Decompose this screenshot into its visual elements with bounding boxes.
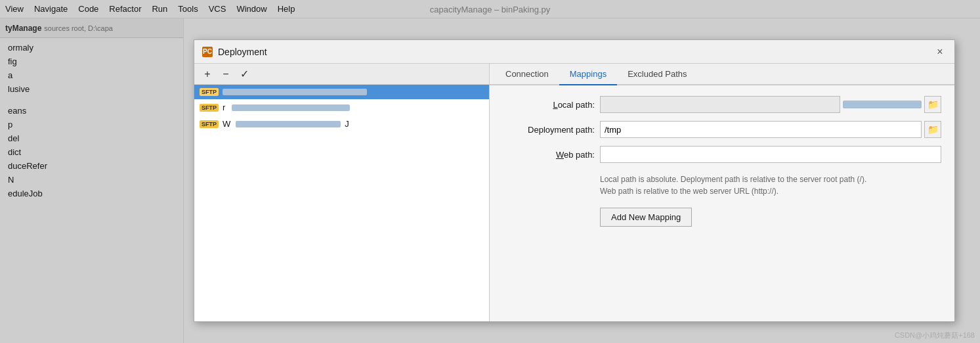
server-list-item[interactable]: SFTP W J bbox=[194, 116, 489, 132]
config-form: Local path: 📁 Deployment path: bbox=[490, 85, 954, 321]
add-new-mapping-button[interactable]: Add New Mapping bbox=[600, 208, 692, 227]
local-path-browse-button[interactable]: 📁 bbox=[924, 96, 941, 113]
dialog-titlebar: PC Deployment × bbox=[194, 40, 954, 64]
sftp-badge: SFTP bbox=[200, 120, 219, 128]
local-path-row: Local path: 📁 bbox=[503, 96, 941, 113]
folder-icon: 📁 bbox=[927, 124, 939, 135]
server-name-blurred bbox=[236, 121, 341, 127]
server-list-item[interactable]: SFTP r bbox=[194, 99, 489, 116]
deployment-path-label: Deployment path: bbox=[503, 125, 595, 135]
tab-connection[interactable]: Connection bbox=[495, 64, 559, 85]
local-path-input[interactable] bbox=[600, 96, 840, 113]
web-path-label: Web path: bbox=[503, 150, 595, 160]
add-server-button[interactable]: + bbox=[200, 66, 215, 82]
dialog-title: Deployment bbox=[218, 47, 928, 57]
web-path-input[interactable] bbox=[600, 146, 941, 163]
tab-bar: Connection Mappings Excluded Paths bbox=[490, 64, 954, 85]
deployment-path-input[interactable] bbox=[600, 121, 922, 138]
sftp-badge: SFTP bbox=[200, 104, 219, 112]
sftp-badge: SFTP bbox=[200, 88, 219, 96]
local-path-label: Local path: bbox=[503, 100, 595, 110]
dialog-close-button[interactable]: × bbox=[933, 45, 947, 58]
remove-server-button[interactable]: − bbox=[218, 66, 234, 82]
web-path-row: Web path: bbox=[503, 146, 941, 163]
server-name-blurred bbox=[223, 89, 367, 95]
local-path-value-blurred bbox=[843, 101, 922, 108]
server-name-blurred bbox=[232, 104, 350, 111]
server-list: SFTP SFTP r SFTP W J bbox=[194, 85, 489, 321]
folder-icon: 📁 bbox=[927, 99, 939, 110]
config-panel: Connection Mappings Excluded Paths Local… bbox=[490, 64, 954, 321]
local-path-input-container: 📁 bbox=[600, 96, 941, 113]
server-toolbar: + − ✓ bbox=[194, 64, 489, 85]
tab-excluded-paths[interactable]: Excluded Paths bbox=[617, 64, 697, 85]
deployment-path-row: Deployment path: 📁 bbox=[503, 121, 941, 138]
tab-mappings[interactable]: Mappings bbox=[559, 64, 617, 85]
web-path-input-container bbox=[600, 146, 941, 163]
deployment-dialog: PC Deployment × + − ✓ SFTP SFTP r bbox=[194, 39, 955, 322]
deployment-path-browse-button[interactable]: 📁 bbox=[924, 121, 941, 138]
hint-text: Local path is absolute. Deployment path … bbox=[600, 171, 941, 200]
watermark: CSDN@小鸡炖蘑菇+168 bbox=[895, 331, 975, 340]
deployment-path-input-container: 📁 bbox=[600, 121, 941, 138]
confirm-button[interactable]: ✓ bbox=[236, 66, 252, 82]
server-list-item[interactable]: SFTP bbox=[194, 85, 489, 99]
dialog-icon: PC bbox=[202, 47, 213, 57]
server-panel: + − ✓ SFTP SFTP r SFTP W bbox=[194, 64, 490, 321]
dialog-body: + − ✓ SFTP SFTP r SFTP W bbox=[194, 64, 954, 321]
